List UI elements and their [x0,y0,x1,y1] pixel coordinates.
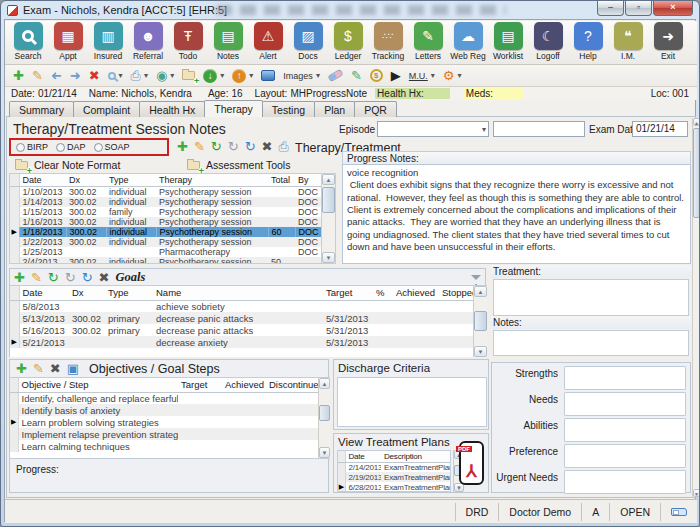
toolbar-insured-button[interactable]: ▥Insured [89,22,127,63]
scroll-up-icon[interactable]: ▲ [319,378,330,389]
toolbar-webreg-button[interactable]: ☁Web Reg [449,22,487,63]
table-row[interactable]: 1/15/2013300.02familyPsychotherapy sessi… [10,207,321,217]
print-icon[interactable]: ⎙ [131,69,141,82]
toolbar-tracking-button[interactable]: ∴∵Tracking [369,22,407,63]
scroll-down-icon[interactable]: ▼ [693,489,700,497]
column-header[interactable]: Date [19,286,69,300]
window-scrollbar[interactable]: ▲ ▼ [692,118,700,497]
needs-field[interactable] [564,392,686,416]
tab-plan[interactable]: Plan [314,101,355,117]
table-row[interactable]: 1/22/2013300.02individualPsychotherapy s… [10,237,321,247]
table-row[interactable]: 1/16/2013300.02individualPsychotherapy s… [10,217,321,227]
table-row[interactable]: 2/14/2013ExamTreatmentPlan [338,462,451,472]
maximize-button[interactable]: ▫ [625,1,652,16]
toolbar-letters-button[interactable]: ✎Letters [409,22,447,63]
column-header[interactable]: Objective / Step [18,378,178,392]
column-header[interactable]: Stopped [439,286,473,300]
toolbar-docs-button[interactable]: ▨Docs [289,22,327,63]
add-note-icon[interactable]: ✚ [177,140,188,153]
column-header[interactable]: Name [153,286,323,300]
scroll-up-icon[interactable]: ▲ [474,286,487,297]
table-row[interactable]: 2/19/2013ExamTreatmentPlan [338,472,451,482]
scroll-down-icon[interactable]: ▼ [319,447,330,458]
print-note-icon[interactable]: ⎙ [278,140,288,153]
column-header[interactable]: Type [106,174,156,186]
view-eye-icon[interactable]: ◉ [156,69,167,82]
tab-complaint[interactable]: Complaint [73,101,140,117]
dropdown-caret-icon[interactable]: ▾ [170,71,174,80]
column-header[interactable]: Therapy [156,174,268,186]
delete-icon[interactable]: ✖ [89,69,100,82]
dropdown-caret-icon[interactable]: ▾ [220,71,224,80]
dropdown-caret-icon[interactable]: ▾ [431,71,435,80]
column-header[interactable]: By [295,174,321,186]
refresh-gray-icon[interactable]: ↻ [228,140,239,153]
toolbar-logoff-button[interactable]: ☾Logoff [529,22,567,63]
exam-date-field[interactable]: 01/21/14 [632,121,688,137]
table-row[interactable]: 5/13/2013300.02primarydecrease panic att… [10,312,473,324]
refresh-blue-icon[interactable]: ↻ [245,140,256,153]
tab-therapy[interactable]: Therapy [204,100,263,117]
images-label[interactable]: Images [283,71,313,81]
download-icon[interactable]: ↓ [203,69,217,83]
objectives-scrollbar[interactable]: ▲ ▼ [318,378,330,458]
table-row[interactable]: 1/10/2013300.02individualPsychotherapy s… [10,186,321,197]
treatment-textarea[interactable] [493,279,689,316]
abilities-field[interactable] [564,418,686,442]
column-header[interactable]: Dx [66,174,106,186]
refresh-gray-icon[interactable]: ↻ [65,271,76,284]
mu-label[interactable]: M.U. [409,71,428,81]
dropdown-caret-icon[interactable]: ▾ [316,71,320,80]
edit-pencil-icon[interactable]: ✎ [32,69,43,82]
tab-testing[interactable]: Testing [262,101,315,117]
radio-birp[interactable]: BIRP [16,142,48,152]
edit-goal-icon[interactable]: ✎ [31,271,42,284]
toolbar-appt-button[interactable]: ▦Appt [49,22,87,63]
column-header[interactable]: % [373,286,393,300]
meds-label[interactable]: Meds: [464,88,523,99]
column-header[interactable]: Total [268,174,295,186]
wrench-icon[interactable]: ⚙ [443,69,455,82]
filter-funnel-icon[interactable] [471,275,481,280]
column-header[interactable]: Type [105,286,153,300]
billing-dollar-icon[interactable]: $ [370,69,383,82]
dropdown-caret-icon[interactable]: ▾ [144,71,148,80]
refresh-green-icon[interactable]: ↻ [48,271,59,284]
radio-soap[interactable]: SOAP [94,142,130,152]
column-header[interactable]: Discontinued [266,378,318,392]
delete-goal-icon[interactable]: ✖ [99,271,110,284]
health-hx-label[interactable]: Health Hx: [375,88,450,99]
toolbar-todo-button[interactable]: ŦTodo [169,22,207,63]
toolbar-worklist-button[interactable]: ▤Worklist [489,22,527,63]
edit-note-icon[interactable]: ✎ [194,140,205,153]
add-goal-icon[interactable]: ✚ [14,271,25,284]
table-row[interactable]: 2/4/2013300.02individualPsychotherapy se… [10,257,321,265]
table-row[interactable]: Identify basis of anxiety [10,404,318,416]
minimize-button[interactable]: – [597,1,624,16]
tab-health-hx[interactable]: Health Hx [139,101,205,117]
add-icon[interactable]: ✚ [13,69,24,82]
add-objective-icon[interactable]: ✚ [16,362,27,375]
scroll-up-icon[interactable]: ▲ [322,174,335,185]
dropdown-caret-icon[interactable]: ▾ [457,71,461,80]
episode-detail-field[interactable] [493,121,585,137]
table-row[interactable]: 5/8/2013achieve sobriety [10,300,473,312]
dropdown-caret-icon[interactable]: ▾ [119,71,123,80]
column-header[interactable]: Date [19,174,66,186]
preference-field[interactable] [564,444,686,468]
session-table-scrollbar[interactable]: ▲ ▼ [321,174,335,263]
table-row[interactable]: ▶6/28/2013ExamTreatmentPlan [338,482,451,492]
sign-pen-icon[interactable]: ✎ [351,69,362,82]
delete-note-icon[interactable]: ✖ [262,140,273,153]
images-icon[interactable] [261,70,275,81]
table-row[interactable]: Identify, challenge and replace fearful … [10,392,318,404]
toolbar-search-button[interactable]: Search [9,22,47,63]
tab-pqr[interactable]: PQR [354,101,397,117]
clear-note-format-button[interactable]: Clear Note Format [15,159,120,171]
urgent-needs-field[interactable] [564,470,686,494]
scroll-down-icon[interactable]: ▼ [322,252,335,263]
pdf-file-icon[interactable]: PDF⅄ [459,441,484,485]
table-row[interactable]: ▶Learn problem solving strategies [10,416,318,428]
detail-square-icon[interactable]: ▣ [67,362,79,375]
toolbar-referral-button[interactable]: ☻Referral [129,22,167,63]
